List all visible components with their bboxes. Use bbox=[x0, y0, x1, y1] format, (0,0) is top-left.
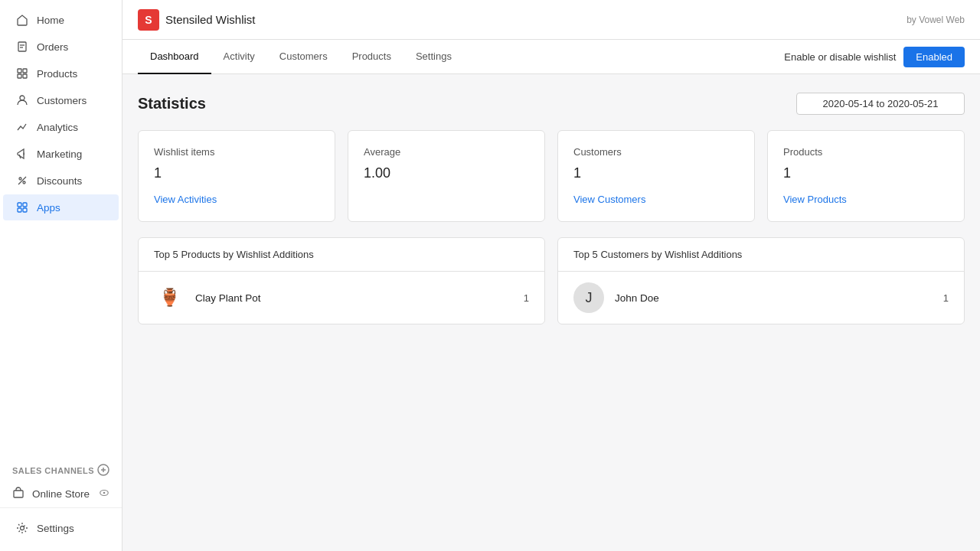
sidebar-label-orders: Orders bbox=[37, 41, 68, 53]
main-content: S Stensiled Wishlist by Vowel Web Dashbo… bbox=[122, 0, 980, 551]
home-icon bbox=[15, 13, 29, 27]
sidebar-item-products[interactable]: Products bbox=[3, 60, 119, 86]
sidebar-label-customers: Customers bbox=[37, 95, 87, 106]
page-header: Statistics bbox=[138, 93, 965, 115]
svg-rect-13 bbox=[23, 203, 27, 207]
products-icon bbox=[15, 67, 29, 80]
tab-dashboard[interactable]: Dashboard bbox=[138, 40, 211, 74]
sidebar: Home Orders Products Customers Analytics… bbox=[0, 0, 122, 551]
view-activities[interactable]: View Activities bbox=[154, 194, 217, 205]
sidebar-nav: Home Orders Products Customers Analytics… bbox=[0, 0, 122, 455]
svg-rect-5 bbox=[18, 74, 21, 78]
discounts-icon bbox=[15, 174, 29, 187]
sidebar-item-orders[interactable]: Orders bbox=[3, 34, 119, 60]
sidebar-item-marketing[interactable]: Marketing bbox=[3, 141, 119, 167]
svg-rect-19 bbox=[14, 491, 23, 497]
svg-rect-6 bbox=[23, 74, 27, 78]
svg-rect-15 bbox=[23, 208, 27, 212]
svg-rect-4 bbox=[23, 69, 27, 73]
stat-value-average: 1.00 bbox=[364, 165, 529, 181]
tab-activity[interactable]: Activity bbox=[211, 40, 267, 74]
top-customers-card: Top 5 Customers by Wishlist Additions J … bbox=[557, 237, 965, 324]
stat-label-customers: Customers bbox=[573, 146, 739, 158]
customer-name: John Doe bbox=[615, 292, 933, 304]
tabs: DashboardActivityCustomersProductsSettin… bbox=[138, 40, 464, 73]
customer-avatar: J bbox=[573, 282, 604, 313]
date-range-input[interactable] bbox=[796, 93, 965, 115]
enabled-button[interactable]: Enabled bbox=[903, 47, 965, 67]
product-name: Clay Plant Pot bbox=[195, 292, 513, 304]
app-name: Stensiled Wishlist bbox=[165, 13, 256, 26]
customers-icon bbox=[15, 93, 29, 107]
sidebar-bottom: Settings bbox=[0, 507, 122, 551]
topbar: S Stensiled Wishlist by Vowel Web bbox=[122, 0, 980, 40]
sidebar-item-discounts[interactable]: Discounts bbox=[3, 168, 119, 194]
stat-value-customers: 1 bbox=[573, 165, 739, 181]
sidebar-item-online-store[interactable]: Online Store bbox=[0, 481, 122, 507]
stat-value-wishlist-items: 1 bbox=[154, 165, 319, 181]
svg-point-21 bbox=[103, 492, 106, 494]
toggle-area: Enable or disable wishlist Enabled bbox=[784, 47, 965, 67]
customer-row: J John Doe 1 bbox=[558, 272, 964, 324]
sidebar-item-home[interactable]: Home bbox=[3, 7, 119, 33]
add-sales-channel-icon[interactable] bbox=[97, 464, 109, 478]
topbar-by-label: by Vowel Web bbox=[906, 15, 965, 25]
stat-label-average: Average bbox=[364, 146, 529, 158]
tables-grid: Top 5 Products by Wishlist Additions 🏺 C… bbox=[138, 237, 965, 324]
eye-icon[interactable] bbox=[99, 487, 109, 500]
product-row: 🏺 Clay Plant Pot 1 bbox=[139, 272, 544, 324]
sidebar-item-apps[interactable]: Apps bbox=[3, 194, 119, 220]
svg-point-9 bbox=[19, 178, 21, 180]
product-count: 1 bbox=[524, 292, 529, 304]
view-products[interactable]: View Products bbox=[783, 194, 847, 205]
top-products-card: Top 5 Products by Wishlist Additions 🏺 C… bbox=[138, 237, 545, 324]
view-customers[interactable]: View Customers bbox=[573, 194, 645, 205]
page-title: Statistics bbox=[138, 95, 206, 112]
sidebar-label-products: Products bbox=[37, 68, 77, 80]
stat-card-wishlist-items: Wishlist items 1 View Activities bbox=[138, 130, 335, 222]
stat-value-products: 1 bbox=[783, 165, 949, 181]
tab-bar: DashboardActivityCustomersProductsSettin… bbox=[122, 40, 980, 74]
top-products-list: 🏺 Clay Plant Pot 1 bbox=[139, 272, 544, 324]
sidebar-label-apps: Apps bbox=[37, 202, 60, 214]
stat-card-products: Products 1 View Products bbox=[767, 130, 965, 222]
tab-settings[interactable]: Settings bbox=[403, 40, 464, 74]
settings-label: Settings bbox=[37, 523, 74, 534]
svg-rect-14 bbox=[18, 208, 21, 212]
svg-point-22 bbox=[21, 527, 24, 530]
svg-rect-12 bbox=[18, 203, 21, 207]
stat-label-products: Products bbox=[783, 146, 949, 158]
svg-rect-0 bbox=[18, 42, 26, 51]
stat-label-wishlist-items: Wishlist items bbox=[154, 146, 319, 158]
sales-channels-header: SALES CHANNELS bbox=[0, 455, 122, 481]
sidebar-item-analytics[interactable]: Analytics bbox=[3, 114, 119, 140]
top-products-title: Top 5 Products by Wishlist Additions bbox=[139, 238, 544, 272]
product-thumbnail: 🏺 bbox=[154, 282, 185, 313]
marketing-icon bbox=[15, 147, 29, 161]
sidebar-label-home: Home bbox=[37, 15, 64, 26]
top-customers-title: Top 5 Customers by Wishlist Additions bbox=[558, 238, 964, 272]
tab-products[interactable]: Products bbox=[340, 40, 403, 74]
online-store-label: Online Store bbox=[32, 488, 90, 500]
sidebar-label-analytics: Analytics bbox=[37, 122, 78, 133]
orders-icon bbox=[15, 40, 29, 54]
customer-count: 1 bbox=[943, 292, 949, 304]
sidebar-label-marketing: Marketing bbox=[37, 148, 82, 160]
sales-channels-label: SALES CHANNELS bbox=[12, 466, 94, 475]
apps-icon bbox=[15, 201, 29, 214]
svg-line-8 bbox=[19, 155, 21, 158]
page-content: Statistics Wishlist items 1 View Activit… bbox=[122, 74, 980, 551]
stat-card-average: Average 1.00 bbox=[348, 130, 545, 222]
sidebar-item-customers[interactable]: Customers bbox=[3, 87, 119, 113]
svg-point-7 bbox=[20, 96, 24, 100]
svg-rect-3 bbox=[18, 69, 21, 73]
toggle-label: Enable or disable wishlist bbox=[784, 51, 896, 63]
sidebar-label-discounts: Discounts bbox=[37, 175, 82, 187]
app-logo: S Stensiled Wishlist bbox=[138, 9, 256, 31]
stat-card-customers: Customers 1 View Customers bbox=[557, 130, 755, 222]
online-store-icon bbox=[12, 487, 24, 501]
tab-customers[interactable]: Customers bbox=[267, 40, 340, 74]
settings-icon bbox=[15, 521, 29, 535]
app-logo-icon: S bbox=[138, 9, 159, 31]
sidebar-item-settings[interactable]: Settings bbox=[3, 515, 119, 541]
